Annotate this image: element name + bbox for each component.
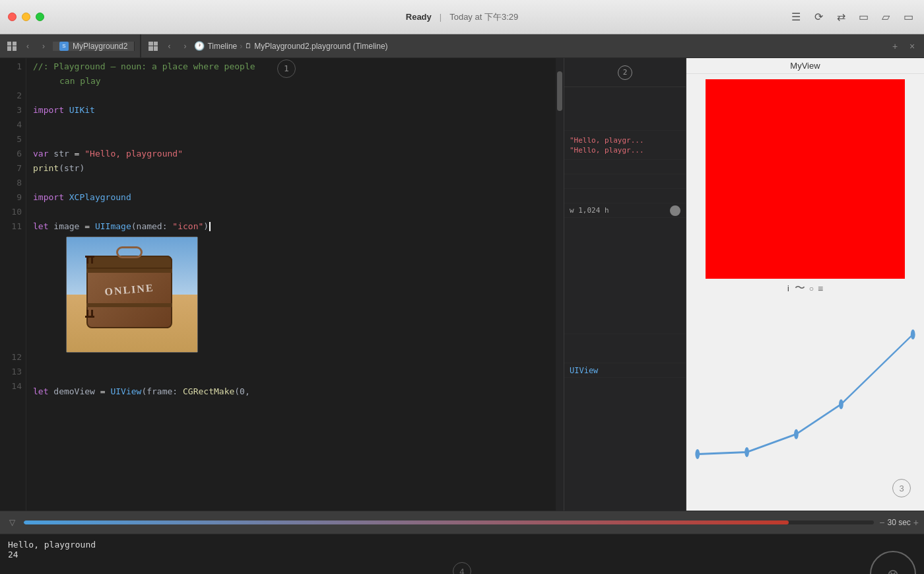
code-area[interactable]: //: Playground – noun: a place where peo… xyxy=(26,58,556,511)
code-line-14: let demoView = UIView(frame: CGRectMake(… xyxy=(33,384,556,399)
left-tab-section: ‹ › S MyPlayground2 xyxy=(0,34,141,57)
nav-back-button[interactable]: ‹ xyxy=(21,40,34,53)
tab-myplayground2[interactable]: S MyPlayground2 xyxy=(53,42,135,51)
code-line-11: let image = UIImage(named: "icon") xyxy=(33,219,556,234)
right-tab-section: ‹ › 🕐 Timeline › 🗒 MyPlayground2.playgro… xyxy=(141,34,924,57)
result-line-6: "Hello, playgr... xyxy=(570,136,644,145)
scrollbar[interactable] xyxy=(556,58,564,511)
code-line-1b: can play xyxy=(33,74,556,89)
code-line-10 xyxy=(33,205,556,219)
result-image-rows xyxy=(564,218,686,334)
line-numbers: 1 2 3 4 5 6 7 8 9 10 11 12 13 14 xyxy=(0,58,26,511)
result-wh: w 1,024 h xyxy=(570,206,609,215)
progress-bar-container xyxy=(24,520,874,524)
code-line-4 xyxy=(33,118,556,132)
result-line-6-7: "Hello, playgr... "Hello, playgr... xyxy=(564,131,686,160)
result-line-8 xyxy=(564,160,686,174)
lines-icon[interactable]: ☰ xyxy=(788,9,804,25)
badge-1: 1 xyxy=(277,59,296,78)
chart-point-1 xyxy=(695,449,700,459)
right-tab-actions: + × xyxy=(888,40,919,53)
timeline-icons: 〜 ○ ≡ xyxy=(795,281,823,295)
result-line-9 xyxy=(564,174,686,189)
code-line-6: var str = "Hello, playground" xyxy=(33,147,556,161)
result-line-10 xyxy=(564,189,686,203)
grid-icon[interactable] xyxy=(5,40,18,53)
lines-icon[interactable]: ≡ xyxy=(818,283,823,294)
swap-icon[interactable]: ⇄ xyxy=(833,9,849,25)
chart-point-5 xyxy=(911,330,915,340)
time-text: Today at 下午3:29 xyxy=(449,11,518,23)
code-line-12 xyxy=(33,355,556,370)
console-toggle[interactable]: ▽ xyxy=(5,516,18,529)
time-control: − 30 sec + xyxy=(879,517,919,528)
title-bar: Ready | Today at 下午3:29 ☰ ⟳ ⇄ ▭ ▱ ▭ xyxy=(0,0,924,34)
chart-svg xyxy=(693,305,917,504)
add-tab-button[interactable]: + xyxy=(888,40,902,53)
layout1-icon[interactable]: ▭ xyxy=(855,9,871,25)
scrollbar-thumb[interactable] xyxy=(557,71,562,111)
breadcrumb: 🕐 Timeline › 🗒 MyPlayground2.playground … xyxy=(194,41,387,51)
result-empty-lines xyxy=(564,87,686,131)
nav-forward-button[interactable]: › xyxy=(37,40,50,53)
circle-icon[interactable]: ○ xyxy=(809,284,814,293)
close-tab-button[interactable]: × xyxy=(906,40,919,53)
minimize-button[interactable] xyxy=(22,13,30,21)
timeline-title: MyView xyxy=(686,58,924,74)
bottom-bar: ▽ − 30 sec + xyxy=(0,511,924,534)
timeline-panel: MyView i 〜 ○ ≡ 3 xyxy=(686,58,924,511)
result-line-14: UIView xyxy=(564,363,686,378)
result-line-7: "Hello, playgr... xyxy=(570,146,644,155)
badge-2: 2 xyxy=(618,65,632,80)
result-uiview: UIView xyxy=(570,366,598,375)
swift-icon: S xyxy=(59,42,69,51)
chart-point-4 xyxy=(839,399,843,409)
watermark-circle: ⊗ xyxy=(870,551,916,574)
code-line-3: import UIKit xyxy=(33,103,556,118)
code-line-1: //: Playground – noun: a place where peo… xyxy=(33,59,556,74)
status-text: Ready xyxy=(406,12,432,22)
tab-bar: ‹ › S MyPlayground2 ‹ › 🕐 Timeline › 🗒 M… xyxy=(0,34,924,58)
titlebar-right: ☰ ⟳ ⇄ ▭ ▱ ▭ xyxy=(788,9,916,25)
layout3-icon[interactable]: ▭ xyxy=(900,9,916,25)
right-grid-icon[interactable] xyxy=(147,40,160,53)
close-button[interactable] xyxy=(8,13,16,21)
right-nav-back[interactable]: ‹ xyxy=(162,40,176,53)
console-line-2: 24 xyxy=(8,550,916,559)
timeline-i-label: i xyxy=(787,284,789,293)
timeline-red-box xyxy=(706,79,905,279)
right-nav-forward[interactable]: › xyxy=(178,40,191,53)
result-badge-2-area: 2 xyxy=(564,58,686,87)
console-line-1: Hello, playground xyxy=(8,540,916,550)
code-line-8 xyxy=(33,176,556,190)
refresh-icon[interactable]: ⟳ xyxy=(810,9,826,25)
main-content: 1 2 3 4 5 6 7 8 9 10 11 12 13 14 //: Pla… xyxy=(0,58,924,511)
time-plus-button[interactable]: + xyxy=(913,517,919,528)
chart-point-3 xyxy=(794,429,799,439)
wave-icon[interactable]: 〜 xyxy=(795,281,805,295)
code-line-5 xyxy=(33,132,556,147)
badge-3: 3 xyxy=(892,479,911,497)
result-panel: 2 "Hello, playgr... "Hello, playgr... w … xyxy=(564,58,686,511)
result-line-12-13 xyxy=(564,334,686,363)
time-minus-button[interactable]: − xyxy=(879,517,884,528)
code-line-2 xyxy=(33,89,556,103)
code-line-13 xyxy=(33,370,556,384)
time-value: 30 sec xyxy=(887,518,910,527)
watermark: ⊗ 51work6.com 技术培养→ xyxy=(870,551,916,574)
traffic-lights xyxy=(8,13,44,21)
layout2-icon[interactable]: ▱ xyxy=(878,9,894,25)
code-panel: 1 2 3 4 5 6 7 8 9 10 11 12 13 14 //: Pla… xyxy=(0,58,564,511)
progress-bar-fill xyxy=(24,520,789,524)
result-eye-button[interactable] xyxy=(670,205,680,216)
chart-point-2 xyxy=(744,447,749,457)
timeline-label-row: i 〜 ○ ≡ xyxy=(686,279,924,298)
console-output: Hello, playground 24 4 ⊗ 51work6.com 技术培… xyxy=(0,534,924,574)
breadcrumb-sep: › xyxy=(240,42,242,51)
tab-label: MyPlayground2 xyxy=(73,42,127,51)
luggage-image: ONLINE xyxy=(66,236,198,353)
breadcrumb-timeline: Timeline xyxy=(207,42,237,51)
breadcrumb-file: MyPlayground2.playground (Timeline) xyxy=(254,42,387,51)
code-line-9: import XCPlayground xyxy=(33,190,556,205)
maximize-button[interactable] xyxy=(36,13,44,21)
